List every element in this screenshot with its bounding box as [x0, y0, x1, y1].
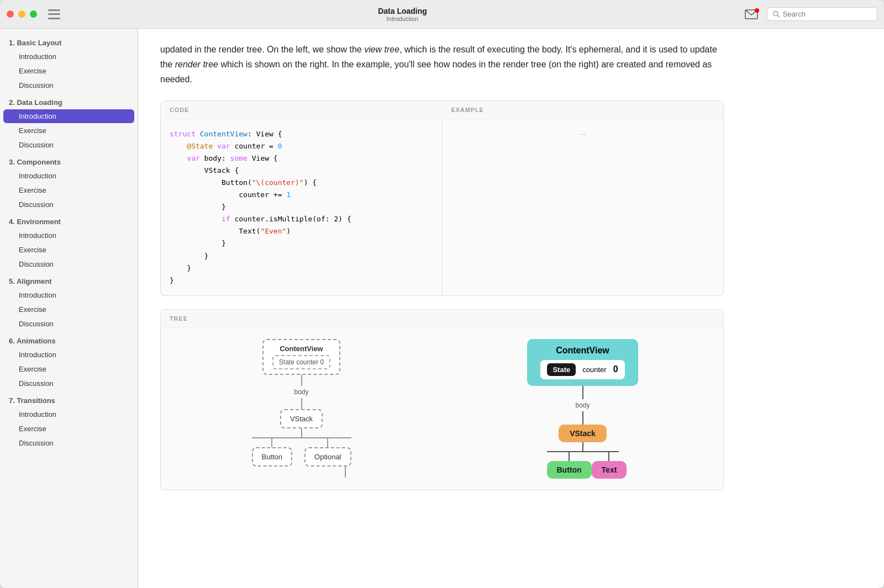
render-tree-counter-label: counter: [582, 365, 606, 374]
render-tree-connector-2: [582, 411, 583, 425]
titlebar-right: [745, 7, 877, 21]
sidebar-section-5: 5. Alignment: [0, 272, 138, 288]
minimize-button[interactable]: [18, 10, 25, 18]
code-block: struct ContentView: View { @State var co…: [161, 119, 442, 295]
search-icon: [773, 10, 780, 18]
sidebar-section-1: 1. Basic Layout: [0, 33, 138, 49]
window-subtitle: Introduction: [387, 15, 418, 22]
sidebar-item-2-discussion[interactable]: Discussion: [3, 138, 134, 152]
render-tree-root-label: ContentView: [540, 346, 624, 356]
code-panel-header: CODE: [161, 101, 442, 119]
search-input[interactable]: [783, 10, 871, 18]
sidebar-item-5-exercise[interactable]: Exercise: [3, 303, 134, 316]
mail-badge: [755, 8, 759, 13]
sidebar-section-7: 7. Transitions: [0, 391, 138, 407]
sidebar-item-1-introduction[interactable]: Introduction: [3, 50, 134, 63]
example-area: ...: [443, 119, 724, 145]
svg-line-2: [777, 15, 780, 18]
render-tree-vstack-node: VStack: [559, 425, 607, 442]
content-area: updated in the render tree. On the left,…: [138, 29, 884, 588]
sidebar-item-4-introduction[interactable]: Introduction: [3, 229, 134, 242]
sidebar-item-2-exercise[interactable]: Exercise: [3, 124, 134, 137]
sidebar-item-4-exercise[interactable]: Exercise: [3, 243, 134, 257]
view-tree-button-node: Button: [252, 447, 293, 467]
sidebar-section-2: 2. Data Loading: [0, 93, 138, 109]
render-tree-root-node: ContentView State counter 0: [527, 339, 638, 386]
sidebar-item-6-introduction[interactable]: Introduction: [3, 348, 134, 362]
render-tree-body-label: body: [575, 401, 590, 409]
sidebar-item-6-discussion[interactable]: Discussion: [3, 377, 134, 390]
sidebar-item-2-introduction[interactable]: Introduction: [3, 109, 134, 123]
example-dots: ...: [580, 128, 586, 136]
view-tree-optional-node: Optional: [304, 447, 351, 467]
sidebar-item-7-exercise[interactable]: Exercise: [3, 422, 134, 436]
sidebar-item-1-exercise[interactable]: Exercise: [3, 64, 134, 78]
view-tree-state-node: State counter 0: [272, 355, 330, 369]
render-tree-state-badge: State: [547, 363, 576, 376]
view-tree-connector-2: [301, 398, 302, 409]
search-box[interactable]: [767, 7, 877, 21]
main-layout: 1. Basic Layout Introduction Exercise Di…: [0, 29, 884, 588]
titlebar: Data Loading Introduction: [0, 0, 884, 29]
sidebar-item-1-discussion[interactable]: Discussion: [3, 78, 134, 92]
view-tree-vstack-node: VStack: [280, 409, 323, 428]
view-tree-connector-1: [301, 375, 302, 386]
render-tree: ContentView State counter 0 body: [453, 339, 712, 479]
render-tree-counter-val: 0: [613, 364, 618, 374]
sidebar-item-5-introduction[interactable]: Introduction: [3, 288, 134, 302]
sidebar-item-3-discussion[interactable]: Discussion: [3, 198, 134, 211]
render-tree-connector-1: [582, 386, 583, 399]
mail-button[interactable]: [745, 9, 758, 19]
window-title: Data Loading: [378, 7, 427, 15]
view-tree-body-label: body: [294, 388, 308, 396]
sidebar-item-4-discussion[interactable]: Discussion: [3, 257, 134, 271]
sidebar-item-3-exercise[interactable]: Exercise: [3, 183, 134, 197]
sidebar-section-3: 3. Components: [0, 152, 138, 168]
tree-content: ContentView State counter 0 body VStack: [161, 328, 723, 490]
sidebar-section-6: 6. Animations: [0, 331, 138, 347]
example-panel-header: EXAMPLE: [443, 101, 724, 119]
sidebar-item-6-exercise[interactable]: Exercise: [3, 362, 134, 376]
render-tree-text-node: Text: [592, 461, 627, 479]
tree-panel-header: TREE: [161, 310, 723, 328]
sidebar: 1. Basic Layout Introduction Exercise Di…: [0, 29, 138, 588]
traffic-lights: [7, 10, 37, 18]
sidebar-section-4: 4. Environment: [0, 212, 138, 228]
svg-point-1: [774, 12, 778, 16]
intro-paragraph: updated in the render tree. On the left,…: [160, 42, 724, 87]
tree-panel: TREE ContentView State counter 0: [160, 309, 724, 490]
sidebar-item-3-introduction[interactable]: Introduction: [3, 169, 134, 183]
sidebar-item-5-discussion[interactable]: Discussion: [3, 317, 134, 331]
sidebar-item-7-discussion[interactable]: Discussion: [3, 436, 134, 450]
code-example-panel: CODE struct ContentView: View { @State v…: [160, 100, 724, 296]
close-button[interactable]: [7, 10, 14, 18]
view-tree: ContentView State counter 0 body VStack: [172, 339, 431, 478]
titlebar-center: Data Loading Introduction: [60, 7, 745, 22]
sidebar-toggle-button[interactable]: [48, 9, 60, 19]
maximize-button[interactable]: [30, 10, 37, 18]
sidebar-item-7-introduction[interactable]: Introduction: [3, 407, 134, 421]
view-tree-root-node: ContentView State counter 0: [262, 339, 340, 375]
render-tree-button-node: Button: [547, 461, 592, 479]
